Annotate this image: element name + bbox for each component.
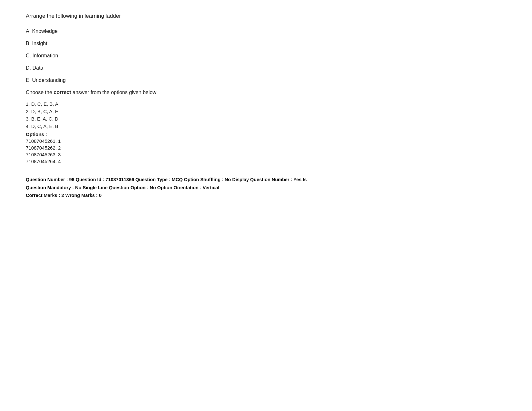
options-label: Options :	[26, 132, 506, 137]
answer-2: 2. D, B, C, A, E	[26, 109, 506, 114]
option-a: A. Knowledge	[26, 28, 506, 34]
option-e: E. Understanding	[26, 77, 506, 83]
question-meta: Question Number : 96 Question Id : 71087…	[26, 176, 506, 200]
question-text: Arrange the following in learning ladder	[26, 13, 506, 19]
options-list: A. Knowledge B. Insight C. Information D…	[26, 28, 506, 83]
answer-1: 1. D, C, E, B, A	[26, 101, 506, 107]
instruction-suffix: answer from the options given below	[73, 90, 156, 95]
instruction-bold: correct	[54, 90, 71, 95]
option-d: D. Data	[26, 65, 506, 71]
option-c: C. Information	[26, 53, 506, 59]
answer-3: 3. B, E, A, C, D	[26, 116, 506, 122]
option-code-4: 71087045264. 4	[26, 159, 506, 164]
instruction-prefix: Choose the	[26, 90, 52, 95]
option-code-2: 71087045262. 2	[26, 145, 506, 151]
instruction: Choose the correct answer from the optio…	[26, 90, 506, 95]
meta-line3: Correct Marks : 2 Wrong Marks : 0	[26, 191, 506, 200]
answer-options-list: 1. D, C, E, B, A 2. D, B, C, A, E 3. B, …	[26, 101, 506, 129]
meta-line1: Question Number : 96 Question Id : 71087…	[26, 176, 506, 184]
options-section: Options : 71087045261. 1 71087045262. 2 …	[26, 132, 506, 164]
option-b: B. Insight	[26, 41, 506, 46]
answer-4: 4. D, C, A, E, B	[26, 123, 506, 129]
meta-line2: Question Mandatory : No Single Line Ques…	[26, 184, 506, 192]
option-code-1: 71087045261. 1	[26, 138, 506, 144]
option-code-3: 71087045263. 3	[26, 152, 506, 157]
